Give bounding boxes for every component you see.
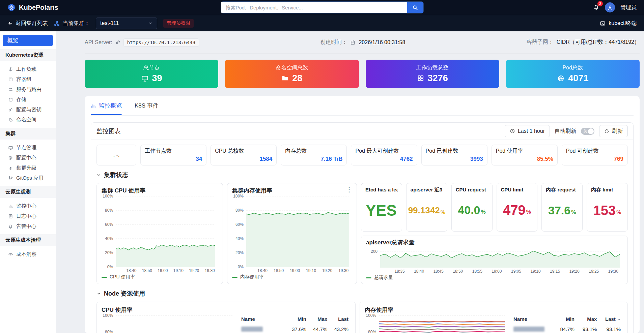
- monitor-chart-header: 监控图表 Last 1 hour 自动刷新 关 刷: [91, 123, 633, 140]
- svg-text:80%: 80%: [105, 208, 113, 213]
- svg-text:19:30: 19:30: [205, 268, 215, 273]
- cluster-memory-chart-card: ⋮ 集群内存使用率 0%20%40%60%80%100%18:4018:5019…: [227, 183, 357, 284]
- cluster-cpu-chart-card: 集群 CPU 使用率 0%20%40%60%80%100%18:4018:501…: [96, 183, 223, 284]
- table-row: 84.7% 93.1% 93.1%: [511, 324, 623, 333]
- svg-text:18:35: 18:35: [395, 269, 405, 274]
- sidebar-item-node-management[interactable]: 节点管理: [3, 143, 53, 153]
- cluster-status-grid: 集群 CPU 使用率 0%20%40%60%80%100%18:4018:501…: [96, 183, 628, 284]
- main-content: API Server: https://10.70.1.213:6443 创建时…: [56, 31, 644, 333]
- sidebar-item-overview[interactable]: 概览: [3, 35, 53, 46]
- brand-name: KubePolaris: [19, 4, 58, 11]
- terminal-icon: [600, 21, 606, 26]
- column-last-sortable[interactable]: Last: [599, 313, 623, 324]
- svg-text:80%: 80%: [368, 330, 376, 333]
- node-memory-table: Name Min Max Last: [511, 313, 623, 333]
- svg-text:19:25: 19:25: [589, 269, 599, 274]
- svg-text:19:30: 19:30: [608, 269, 618, 274]
- alert-bell-icon: [8, 224, 13, 229]
- sidebar-item-namespaces[interactable]: 命名空间: [3, 115, 53, 125]
- toggle-state-label: 关: [583, 129, 587, 134]
- column-name: Name: [239, 313, 287, 324]
- apiserver-requests-legend: 总请求量: [366, 274, 623, 281]
- summary-card-total-nodes: 总节点 39: [85, 60, 218, 88]
- search-input[interactable]: [221, 2, 407, 13]
- svg-text:60%: 60%: [105, 222, 113, 227]
- sidebar-item-log-center[interactable]: 日志中心: [3, 211, 53, 221]
- svg-text:19:15: 19:15: [550, 269, 560, 274]
- tab-k8s-events[interactable]: K8S 事件: [135, 96, 159, 115]
- folder-icon: [281, 74, 289, 82]
- node-memory-card: 内存使用率 0%20%40%60%80%100%18:4018:5019:001…: [360, 302, 628, 333]
- storage-icon: [8, 97, 13, 102]
- cluster-icon: [54, 21, 60, 26]
- stat-card-pod-max: Pod 最大可创建数 4762: [351, 145, 417, 165]
- cluster-select[interactable]: test-111: [96, 18, 157, 29]
- kubectl-terminal-button[interactable]: kubectl终端: [600, 20, 637, 27]
- topbar-right: 3 管理员: [593, 2, 637, 12]
- svg-text:19:20: 19:20: [189, 268, 199, 273]
- workload-icon: [8, 67, 13, 72]
- svg-text:19:20: 19:20: [569, 269, 580, 274]
- sidebar-item-storage[interactable]: 存储: [3, 94, 53, 104]
- svg-text:18:50: 18:50: [142, 268, 152, 273]
- kebab-menu-icon[interactable]: ⋮: [346, 186, 353, 193]
- gauge-memory-request: 内存 request 37.6%: [541, 183, 583, 232]
- stat-card-pod-usage: Pod 使用率 85.5%: [492, 145, 558, 165]
- sidebar-item-gitops-apps[interactable]: GitOps 应用: [3, 173, 53, 183]
- sidebar-item-alert-center[interactable]: 告警中心: [3, 221, 53, 231]
- gauge-cards: Etcd has a lea YES apiserver 近3 99.1342%: [361, 183, 628, 232]
- gauge-memory-limit: 内存 limit 153%: [587, 183, 628, 232]
- sidebar-item-monitoring-center[interactable]: 监控中心: [3, 201, 53, 211]
- node-cpu-table: Name Min Max Last: [239, 313, 351, 333]
- user-name: 管理员: [620, 4, 637, 11]
- redacted-node-name: [513, 327, 544, 332]
- sidebar-item-pods[interactable]: 容器组: [3, 74, 53, 84]
- time-range-button[interactable]: Last 1 hour: [505, 125, 550, 137]
- calendar-icon: [350, 40, 356, 45]
- node-cpu-usage-chart: 0%20%40%60%80%100%18:4018:5019:0019:1019…: [102, 313, 235, 333]
- svg-text:0%: 0%: [238, 265, 244, 269]
- gauge-cpu-request: CPU request 40.0%: [451, 183, 493, 232]
- sidebar-item-services-routes[interactable]: 服务与路由: [3, 84, 53, 94]
- summary-card-workloads: 工作负载总数 3276: [366, 60, 499, 88]
- section-node-resources[interactable]: Node 资源使用: [96, 290, 628, 298]
- section-cluster-status[interactable]: 集群状态: [96, 171, 628, 179]
- refresh-button[interactable]: 刷新: [599, 125, 628, 137]
- link-icon: [115, 40, 120, 45]
- api-server-url: https://10.70.1.213:6443: [123, 38, 199, 47]
- subnet-value: CIDR（可用/总IP数：4471/8192）: [557, 39, 640, 46]
- namespace-tag-icon: [8, 117, 13, 122]
- sidebar-item-config-secrets[interactable]: 配置与密钥: [3, 104, 53, 115]
- sidebar-item-config-center[interactable]: 配置中心: [3, 153, 53, 163]
- created-label: 创建时间：: [320, 39, 347, 46]
- back-to-cluster-list[interactable]: 返回集群列表: [7, 20, 48, 27]
- svg-text:0%: 0%: [107, 265, 113, 269]
- current-cluster-label: 当前集群：: [54, 20, 90, 27]
- auto-refresh-toggle[interactable]: 关: [581, 128, 594, 135]
- monitor-chart-card: 监控图表 Last 1 hour 自动刷新 关 刷: [91, 122, 634, 333]
- svg-text:80%: 80%: [105, 330, 113, 333]
- back-arrow-icon: [7, 21, 13, 26]
- avatar[interactable]: [605, 2, 615, 12]
- column-last[interactable]: Last: [329, 313, 351, 324]
- svg-text:18:40: 18:40: [414, 269, 424, 274]
- stat-card-pod-creatable: Pod 可创建数 769: [562, 145, 628, 165]
- svg-text:80%: 80%: [235, 208, 244, 213]
- cluster-cpu-legend: CPU 使用率: [102, 274, 218, 280]
- sidebar-item-workloads[interactable]: 工作负载: [3, 64, 53, 74]
- clock-icon: [510, 128, 515, 134]
- toggle-knob: [588, 128, 594, 134]
- svg-text:19:00: 19:00: [158, 268, 168, 273]
- sidebar-item-cluster-upgrade[interactable]: 集群升级: [3, 163, 53, 173]
- sidebar-item-cost-insight[interactable]: 成本洞察: [3, 249, 53, 259]
- sidebar: 概览 Kubernetes资源 工作负载 容器组 服务与路由 存储 配置与密钥 …: [0, 31, 56, 333]
- stat-card-worker-nodes: 工作节点数 34: [140, 145, 206, 165]
- notifications-button[interactable]: 3: [593, 4, 599, 11]
- bar-chart-icon: [8, 204, 13, 209]
- search-button[interactable]: [407, 2, 423, 13]
- svg-text:20%: 20%: [235, 250, 244, 255]
- tab-monitoring-overview[interactable]: 监控概览: [91, 96, 122, 115]
- sidebar-section-cost: 云原生成本治理: [0, 234, 56, 246]
- node-memory-usage-chart: 0%20%40%60%80%100%18:4018:5019:0019:1019…: [365, 313, 507, 333]
- git-branch-icon: [8, 176, 13, 181]
